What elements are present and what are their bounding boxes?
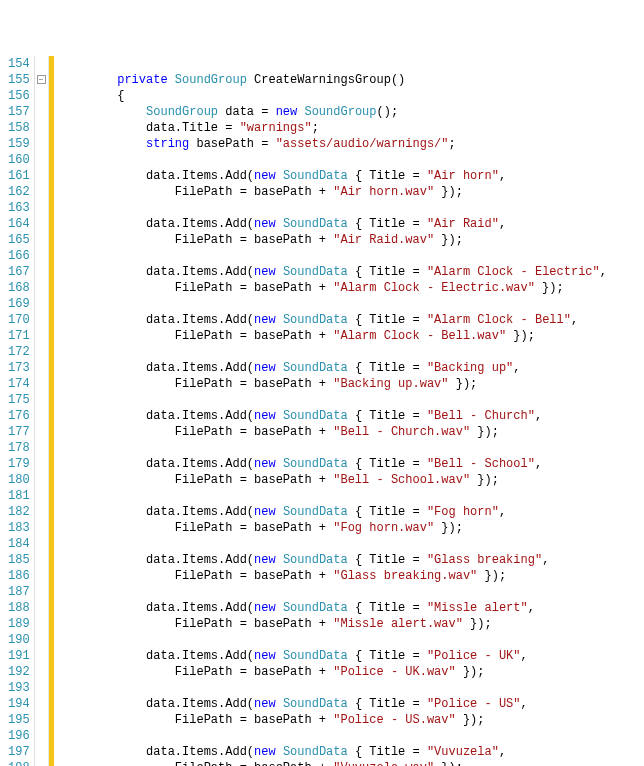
- code-line[interactable]: data.Items.Add(new SoundData { Title = "…: [60, 744, 644, 760]
- line-number: 161: [8, 168, 30, 184]
- code-line[interactable]: FilePath = basePath + "Bell - Church.wav…: [60, 424, 644, 440]
- code-line[interactable]: [60, 248, 644, 264]
- code-line[interactable]: data.Items.Add(new SoundData { Title = "…: [60, 264, 644, 280]
- code-line[interactable]: FilePath = basePath + "Vuvuzela.wav" });: [60, 760, 644, 766]
- line-number: 154: [8, 56, 30, 72]
- line-number: 169: [8, 296, 30, 312]
- line-number: 185: [8, 552, 30, 568]
- line-number: 192: [8, 664, 30, 680]
- line-number: 178: [8, 440, 30, 456]
- line-number: 190: [8, 632, 30, 648]
- line-number-gutter: 1541551561571581591601611621631641651661…: [0, 56, 35, 766]
- line-number: 165: [8, 232, 30, 248]
- code-area[interactable]: private SoundGroup CreateWarningsGroup()…: [54, 56, 644, 766]
- code-editor[interactable]: 1541551561571581591601611621631641651661…: [0, 56, 644, 766]
- line-number: 170: [8, 312, 30, 328]
- line-number: 172: [8, 344, 30, 360]
- code-line[interactable]: FilePath = basePath + "Air Raid.wav" });: [60, 232, 644, 248]
- code-line[interactable]: SoundGroup data = new SoundGroup();: [60, 104, 644, 120]
- code-line[interactable]: [60, 200, 644, 216]
- fold-toggle-icon[interactable]: −: [37, 75, 46, 84]
- line-number: 181: [8, 488, 30, 504]
- line-number: 187: [8, 584, 30, 600]
- line-number: 193: [8, 680, 30, 696]
- code-line[interactable]: string basePath = "assets/audio/warnings…: [60, 136, 644, 152]
- line-number: 183: [8, 520, 30, 536]
- line-number: 179: [8, 456, 30, 472]
- code-line[interactable]: private SoundGroup CreateWarningsGroup(): [60, 72, 644, 88]
- code-line[interactable]: FilePath = basePath + "Missle alert.wav"…: [60, 616, 644, 632]
- line-number: 177: [8, 424, 30, 440]
- code-line[interactable]: [60, 680, 644, 696]
- code-line[interactable]: [60, 392, 644, 408]
- line-number: 195: [8, 712, 30, 728]
- code-line[interactable]: data.Title = "warnings";: [60, 120, 644, 136]
- line-number: 156: [8, 88, 30, 104]
- line-number: 197: [8, 744, 30, 760]
- code-line[interactable]: [60, 296, 644, 312]
- line-number: 198: [8, 760, 30, 766]
- code-line[interactable]: data.Items.Add(new SoundData { Title = "…: [60, 360, 644, 376]
- line-number: 174: [8, 376, 30, 392]
- code-line[interactable]: [60, 344, 644, 360]
- code-line[interactable]: data.Items.Add(new SoundData { Title = "…: [60, 168, 644, 184]
- line-number: 157: [8, 104, 30, 120]
- code-line[interactable]: FilePath = basePath + "Bell - School.wav…: [60, 472, 644, 488]
- code-line[interactable]: {: [60, 88, 644, 104]
- code-line[interactable]: FilePath = basePath + "Air horn.wav" });: [60, 184, 644, 200]
- code-line[interactable]: data.Items.Add(new SoundData { Title = "…: [60, 696, 644, 712]
- line-number: 176: [8, 408, 30, 424]
- line-number: 155: [8, 72, 30, 88]
- code-line[interactable]: FilePath = basePath + "Fog horn.wav" });: [60, 520, 644, 536]
- line-number: 162: [8, 184, 30, 200]
- code-line[interactable]: [60, 728, 644, 744]
- code-line[interactable]: [60, 56, 644, 72]
- code-line[interactable]: data.Items.Add(new SoundData { Title = "…: [60, 216, 644, 232]
- line-number: 191: [8, 648, 30, 664]
- code-line[interactable]: [60, 536, 644, 552]
- code-line[interactable]: data.Items.Add(new SoundData { Title = "…: [60, 456, 644, 472]
- line-number: 188: [8, 600, 30, 616]
- code-line[interactable]: data.Items.Add(new SoundData { Title = "…: [60, 312, 644, 328]
- line-number: 158: [8, 120, 30, 136]
- line-number: 180: [8, 472, 30, 488]
- code-line[interactable]: data.Items.Add(new SoundData { Title = "…: [60, 552, 644, 568]
- code-line[interactable]: data.Items.Add(new SoundData { Title = "…: [60, 648, 644, 664]
- line-number: 167: [8, 264, 30, 280]
- line-number: 166: [8, 248, 30, 264]
- line-number: 194: [8, 696, 30, 712]
- code-line[interactable]: data.Items.Add(new SoundData { Title = "…: [60, 504, 644, 520]
- code-line[interactable]: FilePath = basePath + "Police - US.wav" …: [60, 712, 644, 728]
- code-line[interactable]: [60, 440, 644, 456]
- code-line[interactable]: FilePath = basePath + "Backing up.wav" }…: [60, 376, 644, 392]
- line-number: 182: [8, 504, 30, 520]
- line-number: 173: [8, 360, 30, 376]
- code-line[interactable]: data.Items.Add(new SoundData { Title = "…: [60, 408, 644, 424]
- code-line[interactable]: FilePath = basePath + "Alarm Clock - Bel…: [60, 328, 644, 344]
- line-number: 159: [8, 136, 30, 152]
- line-number: 160: [8, 152, 30, 168]
- code-line[interactable]: [60, 584, 644, 600]
- code-line[interactable]: data.Items.Add(new SoundData { Title = "…: [60, 600, 644, 616]
- line-number: 164: [8, 216, 30, 232]
- line-number: 168: [8, 280, 30, 296]
- code-line[interactable]: FilePath = basePath + "Glass breaking.wa…: [60, 568, 644, 584]
- code-line[interactable]: [60, 488, 644, 504]
- line-number: 175: [8, 392, 30, 408]
- line-number: 186: [8, 568, 30, 584]
- line-number: 184: [8, 536, 30, 552]
- code-line[interactable]: FilePath = basePath + "Police - UK.wav" …: [60, 664, 644, 680]
- line-number: 163: [8, 200, 30, 216]
- code-line[interactable]: FilePath = basePath + "Alarm Clock - Ele…: [60, 280, 644, 296]
- code-line[interactable]: [60, 152, 644, 168]
- line-number: 171: [8, 328, 30, 344]
- fold-column[interactable]: −: [35, 56, 49, 766]
- line-number: 189: [8, 616, 30, 632]
- code-line[interactable]: [60, 632, 644, 648]
- line-number: 196: [8, 728, 30, 744]
